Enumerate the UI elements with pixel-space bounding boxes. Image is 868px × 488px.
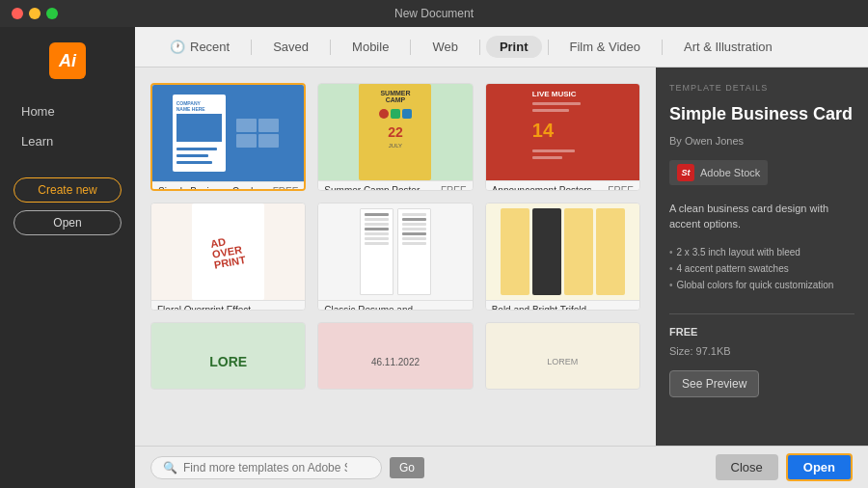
search-icon: 🔍 — [163, 461, 177, 474]
ai-logo: Ai — [49, 42, 86, 79]
maximize-window-dot[interactable] — [46, 8, 58, 19]
open-document-button[interactable]: Open — [786, 453, 853, 481]
template-card-partial-2[interactable]: 46.11.2022 — [317, 322, 473, 390]
tab-separator-6 — [662, 40, 663, 55]
template-name-announcement: Announcement Posters — [492, 185, 592, 191]
panel-bullet-3: • Global colors for quick customization — [669, 279, 854, 292]
template-badge-brochure: FREE — [608, 311, 634, 312]
bottom-actions: Close Open — [716, 453, 853, 481]
tab-separator-2 — [330, 40, 331, 55]
template-name-summer-camp: Summer Camp Poster — [324, 185, 420, 191]
biz-card-front: COMPANYNAME HERE — [173, 95, 226, 172]
template-thumb-floral: ADOVERPRINT — [151, 203, 305, 300]
template-card-partial-3[interactable]: LOREM — [485, 322, 640, 390]
template-card-partial-1[interactable]: LORE — [150, 322, 306, 390]
tab-web[interactable]: Web — [417, 34, 474, 60]
right-panel: TEMPLATE DETAILS Simple Business Card By… — [656, 68, 868, 446]
template-card-resume[interactable]: Classic Resume and Cover Letter... FREE — [317, 203, 473, 311]
template-badge-floral: FREE — [274, 311, 300, 312]
template-grid: COMPANYNAME HERE — [135, 68, 656, 446]
template-thumb-resume — [318, 203, 472, 300]
announcement-preview: LIVE MUSIC 14 — [486, 84, 639, 180]
biz-card-back — [231, 95, 285, 172]
panel-bullet-1: • 2 x 3.5 inch layout with bleed — [669, 246, 854, 259]
tab-recent[interactable]: 🕐 Recent — [154, 34, 245, 60]
template-footer-brochure: Bold and Bright Trifold Brochure ... FRE… — [486, 300, 639, 311]
sidebar-item-learn[interactable]: Learn — [12, 128, 123, 154]
template-card-summer-camp[interactable]: SUMMERCAMP 22 JULY — [317, 83, 473, 191]
template-badge-announcement: FREE — [608, 185, 634, 191]
clock-icon: 🕐 — [170, 40, 185, 54]
summer-camp-preview: SUMMERCAMP 22 JULY — [318, 84, 472, 180]
panel-size: Size: 97.1KB — [669, 345, 854, 357]
template-card-business-card[interactable]: COMPANYNAME HERE — [150, 83, 306, 191]
close-button[interactable]: Close — [716, 454, 778, 480]
see-preview-button[interactable]: See Preview — [669, 370, 759, 397]
template-footer-summer-camp: Summer Camp Poster FREE — [318, 180, 472, 191]
panel-stock-label: Adobe Stock — [700, 167, 760, 178]
template-name-resume: Classic Resume and Cover Letter... — [324, 305, 441, 311]
template-footer-resume: Classic Resume and Cover Letter... FREE — [318, 300, 472, 311]
template-card-floral[interactable]: ADOVERPRINT Floral Overprint Effect Flye… — [150, 203, 306, 311]
template-footer-floral: Floral Overprint Effect Flyers Set FREE — [151, 300, 305, 311]
template-name-floral: Floral Overprint Effect Flyers Set — [157, 305, 274, 311]
sidebar: Ai Home Learn Create new Open — [0, 27, 135, 488]
template-footer-business-card: Simple Business Card FREE — [152, 181, 304, 191]
tab-film-video[interactable]: Film & Video — [555, 34, 656, 60]
resume-preview — [318, 203, 472, 300]
template-footer-announcement: Announcement Posters FREE — [486, 180, 639, 191]
template-name-brochure: Bold and Bright Trifold Brochure ... — [492, 305, 609, 311]
partial-thumb-1: LORE — [151, 323, 305, 390]
floral-preview: ADOVERPRINT — [151, 203, 305, 300]
template-area: COMPANYNAME HERE — [135, 68, 868, 446]
biz-card-preview: COMPANYNAME HERE — [152, 85, 304, 181]
adobe-stock-logo: St — [677, 164, 694, 181]
open-button[interactable]: Open — [14, 210, 122, 235]
tab-separator-5 — [548, 40, 549, 55]
panel-section-label: TEMPLATE DETAILS — [669, 83, 854, 93]
window-title: New Document — [394, 7, 474, 20]
template-name-business-card: Simple Business Card — [158, 186, 253, 191]
panel-bullet-2: • 4 accent pattern swatches — [669, 262, 854, 276]
create-new-button[interactable]: Create new — [14, 177, 122, 203]
bottom-bar: 🔍 Go Close Open — [135, 446, 868, 488]
template-badge-business-card: FREE — [273, 186, 299, 191]
tab-separator-4 — [479, 40, 480, 55]
template-badge-summer-camp: FREE — [441, 185, 467, 191]
tab-print[interactable]: Print — [486, 36, 542, 58]
close-window-dot[interactable] — [12, 8, 23, 19]
brochure-preview — [486, 203, 639, 300]
template-card-brochure[interactable]: Bold and Bright Trifold Brochure ... FRE… — [485, 203, 640, 311]
template-card-announcement[interactable]: LIVE MUSIC 14 Announcement Posters FREE — [485, 83, 640, 191]
template-badge-resume: FREE — [441, 311, 467, 312]
tab-separator-3 — [410, 40, 411, 55]
tabs-bar: 🕐 Recent Saved Mobile Web Print Film & V… — [135, 27, 868, 68]
sidebar-item-home[interactable]: Home — [12, 98, 123, 124]
panel-author: By Owen Jones — [669, 135, 854, 147]
panel-divider — [669, 313, 854, 314]
main-content: 🕐 Recent Saved Mobile Web Print Film & V… — [135, 27, 868, 488]
minimize-window-dot[interactable] — [29, 8, 41, 19]
panel-bullets-list: • 2 x 3.5 inch layout with bleed • 4 acc… — [669, 246, 854, 292]
sidebar-nav: Home Learn — [0, 98, 135, 154]
template-thumb-brochure — [486, 203, 639, 300]
template-thumb-summer-camp: SUMMERCAMP 22 JULY — [318, 84, 472, 180]
panel-stock-badge: St Adobe Stock — [669, 160, 768, 185]
tab-saved[interactable]: Saved — [258, 34, 324, 60]
panel-description: A clean business card design with accent… — [669, 201, 854, 232]
tab-mobile[interactable]: Mobile — [337, 34, 404, 60]
go-button[interactable]: Go — [390, 457, 424, 478]
template-thumb-business-card: COMPANYNAME HERE — [152, 85, 304, 181]
titlebar: New Document — [0, 0, 868, 27]
search-area: 🔍 Go — [150, 456, 424, 479]
partial-thumb-2: 46.11.2022 — [318, 323, 472, 390]
search-box: 🔍 — [150, 456, 382, 479]
tab-art-illustration[interactable]: Art & Illustration — [668, 34, 788, 60]
window-controls — [12, 8, 58, 19]
panel-template-title: Simple Business Card — [669, 104, 854, 125]
partial-thumb-3: LOREM — [486, 323, 639, 390]
tab-separator-1 — [251, 40, 252, 55]
search-input[interactable] — [183, 461, 347, 474]
template-thumb-announcement: LIVE MUSIC 14 — [486, 84, 639, 180]
panel-price: FREE — [669, 326, 854, 338]
